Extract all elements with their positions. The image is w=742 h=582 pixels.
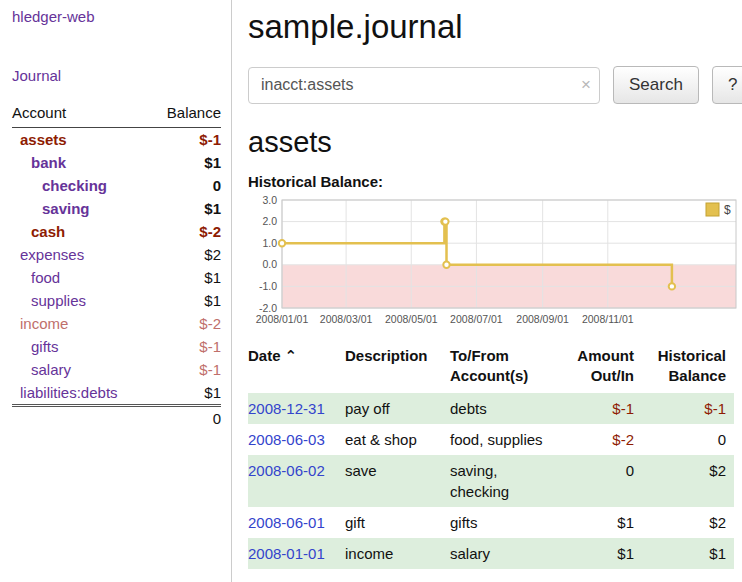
account-balance: $-1 xyxy=(150,335,221,358)
sort-ascending-icon[interactable]: ⌃ xyxy=(285,347,298,364)
register-column-header: Amount Out/In xyxy=(560,342,642,393)
transaction-date-cell: 2008-01-01 xyxy=(248,538,345,569)
register-row: 2008-12-31pay offdebts$-1$-1 xyxy=(248,393,734,424)
transaction-accounts: debts xyxy=(450,393,560,424)
transaction-accounts: gifts xyxy=(450,507,560,538)
svg-text:2008/09/01: 2008/09/01 xyxy=(516,313,569,325)
clear-search-icon[interactable]: × xyxy=(581,75,591,95)
register-table: Date⌃DescriptionTo/From Account(s)Amount… xyxy=(248,342,734,569)
account-link[interactable]: cash xyxy=(31,223,65,240)
svg-text:2.0: 2.0 xyxy=(262,215,277,227)
transaction-balance: $1 xyxy=(642,538,734,569)
account-link[interactable]: supplies xyxy=(31,292,86,309)
account-balance: 0 xyxy=(150,174,221,197)
account-row: food$1 xyxy=(12,266,221,289)
transaction-description: pay off xyxy=(345,393,450,424)
transaction-amount: $-1 xyxy=(560,393,642,424)
account-row: supplies$1 xyxy=(12,289,221,312)
account-link[interactable]: salary xyxy=(31,361,71,378)
account-row: salary$-1 xyxy=(12,358,221,381)
svg-text:2008/11/01: 2008/11/01 xyxy=(582,313,634,325)
register-table-body: 2008-12-31pay offdebts$-1$-12008-06-03ea… xyxy=(248,393,734,569)
account-cell: checking xyxy=(12,174,150,197)
register-row: 2008-06-01giftgifts$1$2 xyxy=(248,507,734,538)
svg-text:2008/05/01: 2008/05/01 xyxy=(385,313,438,325)
account-cell: assets xyxy=(12,128,150,152)
account-link[interactable]: food xyxy=(31,269,60,286)
register-column-header[interactable]: Date⌃ xyxy=(248,342,345,393)
help-button[interactable]: ? xyxy=(712,66,742,104)
account-balance: $-2 xyxy=(150,312,221,335)
transaction-date-link[interactable]: 2008-06-02 xyxy=(248,462,325,479)
svg-text:1.0: 1.0 xyxy=(262,237,277,249)
transaction-balance: $2 xyxy=(642,455,734,507)
transaction-date-cell: 2008-06-02 xyxy=(248,455,345,507)
account-balance: $-1 xyxy=(150,128,221,152)
search-button[interactable]: Search xyxy=(613,66,699,104)
account-link[interactable]: saving xyxy=(42,200,90,217)
account-balance: $1 xyxy=(150,266,221,289)
account-heading: assets xyxy=(248,126,742,159)
account-row: cash$-2 xyxy=(12,220,221,243)
account-cell: bank xyxy=(12,151,150,174)
app-layout: hledger-web Journal Account Balance asse… xyxy=(0,0,742,582)
svg-text:2008/07/01: 2008/07/01 xyxy=(450,313,503,325)
account-link[interactable]: income xyxy=(20,315,68,332)
account-link[interactable]: assets xyxy=(20,131,67,148)
account-link[interactable]: gifts xyxy=(31,338,59,355)
account-row: gifts$-1 xyxy=(12,335,221,358)
nav-journal-link[interactable]: Journal xyxy=(12,67,221,84)
total-spacer xyxy=(12,406,150,431)
transaction-date-cell: 2008-06-03 xyxy=(248,424,345,455)
account-link[interactable]: expenses xyxy=(20,246,84,263)
account-row: checking0 xyxy=(12,174,221,197)
transaction-date-link[interactable]: 2008-06-01 xyxy=(248,514,325,531)
transaction-description: income xyxy=(345,538,450,569)
transaction-date-link[interactable]: 2008-01-01 xyxy=(248,545,325,562)
account-balance: $1 xyxy=(150,289,221,312)
transaction-description: eat & shop xyxy=(345,424,450,455)
search-input[interactable] xyxy=(248,67,600,104)
svg-text:-2.0: -2.0 xyxy=(259,302,277,314)
account-cell: income xyxy=(12,312,150,335)
account-cell: saving xyxy=(12,197,150,220)
account-row: saving$1 xyxy=(12,197,221,220)
account-cell: salary xyxy=(12,358,150,381)
account-cell: gifts xyxy=(12,335,150,358)
register-column-header: To/From Account(s) xyxy=(450,342,560,393)
account-tree-header: Account Balance xyxy=(12,100,221,128)
account-link[interactable]: bank xyxy=(31,154,66,171)
historical-balance-chart: 3.02.01.00.0-1.0-2.02008/01/012008/03/01… xyxy=(248,192,742,332)
account-cell: expenses xyxy=(12,243,150,266)
account-link[interactable]: liabilities:debts xyxy=(20,384,118,401)
chart-title: Historical Balance: xyxy=(248,173,742,190)
total-row: 0 xyxy=(12,406,221,431)
account-row: expenses$2 xyxy=(12,243,221,266)
total-balance: 0 xyxy=(150,406,221,431)
transaction-balance: $-1 xyxy=(642,393,734,424)
transaction-description: gift xyxy=(345,507,450,538)
app-title-link[interactable]: hledger-web xyxy=(12,8,221,25)
svg-text:2008/01/01: 2008/01/01 xyxy=(256,313,309,325)
svg-text:$: $ xyxy=(724,203,731,217)
account-cell: liabilities:debts xyxy=(12,381,150,406)
account-balance: $2 xyxy=(150,243,221,266)
account-row: assets$-1 xyxy=(12,128,221,152)
svg-text:2008/03/01: 2008/03/01 xyxy=(320,313,373,325)
register-column-header: Description xyxy=(345,342,450,393)
transaction-date-link[interactable]: 2008-12-31 xyxy=(248,400,325,417)
transaction-date-link[interactable]: 2008-06-03 xyxy=(248,431,325,448)
account-balance: $1 xyxy=(150,151,221,174)
register-row: 2008-01-01incomesalary$1$1 xyxy=(248,538,734,569)
account-balance: $1 xyxy=(150,381,221,406)
transaction-amount: $1 xyxy=(560,507,642,538)
account-link[interactable]: checking xyxy=(42,177,107,194)
svg-text:3.0: 3.0 xyxy=(262,194,277,206)
transaction-accounts: salary xyxy=(450,538,560,569)
account-row: liabilities:debts$1 xyxy=(12,381,221,406)
account-row: income$-2 xyxy=(12,312,221,335)
transaction-description: save xyxy=(345,455,450,507)
transaction-balance: 0 xyxy=(642,424,734,455)
account-cell: food xyxy=(12,266,150,289)
transaction-amount: 0 xyxy=(560,455,642,507)
